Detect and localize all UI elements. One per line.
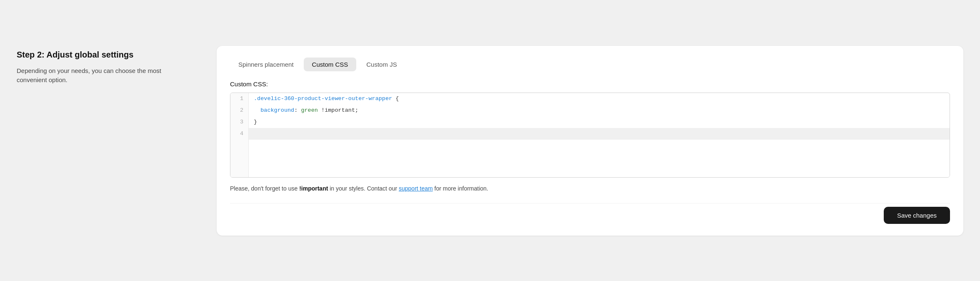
css-class-token: .develic-360-product-viewer-outer-wrappe… [254,94,392,103]
tabs-bar: Spinners placement Custom CSS Custom JS [230,58,950,71]
css-important-token: !important; [318,106,358,115]
step-heading: Step 2: Adjust global settings [17,50,192,60]
css-colon-token: : [294,106,301,115]
line-content-1: .develic-360-product-viewer-outer-wrappe… [249,93,399,105]
right-panel: Spinners placement Custom CSS Custom JS … [217,46,963,236]
save-button[interactable]: Save changes [884,207,950,224]
hint-suffix: for more information. [433,185,488,192]
page-layout: Step 2: Adjust global settings Depending… [17,46,963,236]
section-label: Custom CSS: [230,80,950,88]
css-value-token: green [301,106,318,115]
tab-spinners-placement[interactable]: Spinners placement [230,58,302,71]
empty-line-numbers [230,140,249,177]
hint-text: Please, don't forget to use !important i… [230,184,950,193]
step-description: Depending on your needs, you can choose … [17,66,192,85]
code-line-4: 4 [230,128,950,140]
css-brace-open: { [392,94,399,103]
code-line-2: 2 background: green !important; [230,105,950,116]
hint-bold: !important [299,185,328,192]
hint-middle: in your styles. Contact our [328,185,399,192]
code-lines: 1 .develic-360-product-viewer-outer-wrap… [230,93,950,177]
tab-custom-js[interactable]: Custom JS [358,58,405,71]
line-number-1: 1 [230,93,249,105]
code-editor[interactable]: 1 .develic-360-product-viewer-outer-wrap… [230,93,950,178]
css-property-token: background [254,106,294,115]
empty-space [230,140,950,177]
line-content-4 [249,128,254,140]
hint-prefix: Please, don't forget to use [230,185,299,192]
line-content-3: } [249,116,257,128]
empty-line-content [249,140,950,177]
line-number-4: 4 [230,128,249,140]
line-number-3: 3 [230,116,249,128]
code-line-1: 1 .develic-360-product-viewer-outer-wrap… [230,93,950,105]
line-content-2: background: green !important; [249,105,358,116]
support-team-link[interactable]: support team [399,185,433,192]
tab-custom-css[interactable]: Custom CSS [304,58,357,71]
css-brace-close: } [254,118,257,127]
line-number-2: 2 [230,105,249,116]
footer-row: Save changes [230,203,950,224]
left-panel: Step 2: Adjust global settings Depending… [17,46,192,85]
code-line-3: 3 } [230,116,950,128]
